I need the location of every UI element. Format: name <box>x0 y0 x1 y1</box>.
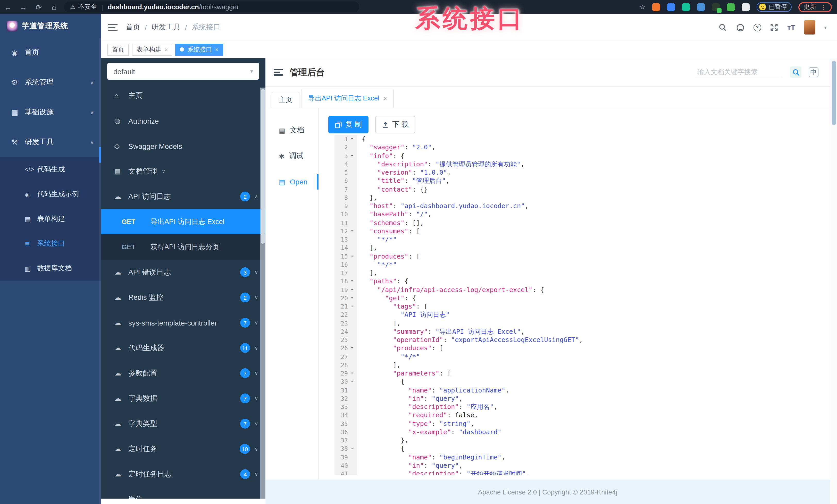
fold-icon[interactable]: ▾ <box>348 252 356 261</box>
api-operation-item[interactable]: GET导出API 访问日志 Excel <box>101 209 265 235</box>
swagger-menu-item[interactable]: ☁API 访问日志2∧ <box>101 184 265 209</box>
github-icon[interactable] <box>736 23 745 32</box>
code-line: 23 ], <box>335 319 830 328</box>
app-logo-row[interactable]: 芋道管理系统 <box>0 14 101 38</box>
paused-badge[interactable]: 已暂停 <box>756 2 791 12</box>
tag-close-icon[interactable]: × <box>215 46 218 53</box>
code-content: { <box>357 378 405 386</box>
user-avatar[interactable] <box>804 20 815 35</box>
swagger-menu-item[interactable]: ☁字典类型7∨ <box>101 411 265 436</box>
swagger-menu-item[interactable]: ☁定时任务10∨ <box>101 436 265 462</box>
swagger-scrollbar-thumb[interactable] <box>261 89 265 244</box>
address-bar[interactable]: ⚠ 不安全 | dashboard.yudao.iocoder.cn/tool/… <box>64 2 359 12</box>
tag-view[interactable]: 首页 <box>107 43 129 55</box>
swagger-menu-item[interactable]: ⌂主页 <box>101 83 265 108</box>
page-scrollbar[interactable] <box>830 58 837 504</box>
extension-icon-7[interactable] <box>742 3 750 11</box>
code-editor[interactable]: 1▾{2 "swagger": "2.0",3▾ "info": {4 "des… <box>335 135 830 475</box>
bookmark-star-icon[interactable]: ☆ <box>639 3 645 11</box>
extension-icon-3[interactable] <box>682 3 690 11</box>
fold-icon[interactable]: ▾ <box>348 227 356 236</box>
swagger-menu-item[interactable]: ☁sys-sms-template-controller7∨ <box>101 310 265 335</box>
breadcrumb-item[interactable]: 研发工具 <box>152 23 180 32</box>
doc-search-input[interactable] <box>696 66 783 78</box>
gutter: 34 <box>335 411 357 420</box>
swagger-menu-item[interactable]: ☁定时任务日志4∨ <box>101 462 265 487</box>
browser-menu-icon[interactable]: ⋮ <box>820 3 827 11</box>
swagger-menu-item[interactable]: ☁字典数据7∨ <box>101 386 265 411</box>
sidebar-subitem[interactable]: ▤表单构建 <box>0 207 101 231</box>
api-group-select[interactable]: default ▾ <box>107 63 259 80</box>
extension-icon-4[interactable] <box>697 3 705 11</box>
reload-icon[interactable]: ⟳ <box>31 3 47 11</box>
sidebar-subitem[interactable]: ▥数据库文档 <box>0 256 101 281</box>
doc-side-tab[interactable]: ▤Open <box>265 169 318 195</box>
help-icon[interactable]: ? <box>753 23 761 31</box>
extension-icon-5[interactable] <box>712 3 720 11</box>
download-button[interactable]: 下 载 <box>375 116 415 133</box>
tag-view[interactable]: 系统接口× <box>176 43 223 55</box>
doc-tab[interactable]: 主页 <box>272 92 300 108</box>
doc-tab-close-icon[interactable]: × <box>384 95 387 101</box>
tag-view[interactable]: 表单构建× <box>132 43 173 55</box>
sidebar-subitem[interactable]: </>代码生成 <box>0 157 101 182</box>
breadcrumb-item[interactable]: 系统接口 <box>192 23 220 32</box>
fold-icon[interactable]: ▾ <box>348 286 356 294</box>
sidebar-item[interactable]: ◉首页 <box>0 38 101 68</box>
fold-icon[interactable]: ▾ <box>348 277 356 286</box>
code-content: "in": "query", <box>357 462 463 470</box>
extension-icon-1[interactable] <box>652 3 660 11</box>
sidebar-scrollbar-thumb[interactable] <box>99 147 101 163</box>
sidebar-subitem[interactable]: ≣系统接口 <box>0 231 101 256</box>
search-icon[interactable] <box>718 23 727 32</box>
swagger-menu-item[interactable]: ◇Swagger Models <box>101 133 265 158</box>
doc-search-icon[interactable] <box>790 67 801 78</box>
extension-icon-6[interactable] <box>727 3 735 11</box>
api-operation-item[interactable]: GET获得API 访问日志分页 <box>101 235 265 260</box>
fold-icon[interactable]: ▾ <box>348 344 356 353</box>
swagger-menu-item[interactable]: ☁API 错误日志3∨ <box>101 260 265 285</box>
breadcrumb-item[interactable]: 首页 <box>126 23 140 32</box>
cloud-icon: ☁ <box>114 319 128 326</box>
fold-icon[interactable]: ▾ <box>348 445 356 453</box>
sidebar-item[interactable]: ▦基础设施∨ <box>0 97 101 127</box>
back-icon[interactable]: ← <box>0 3 16 11</box>
hamburger-icon[interactable] <box>108 24 118 31</box>
fold-icon[interactable]: ▾ <box>348 378 356 386</box>
extension-icon-2[interactable] <box>667 3 675 11</box>
url-host[interactable]: dashboard.yudao.iocoder.cn <box>108 3 199 11</box>
fullscreen-icon[interactable] <box>770 23 779 32</box>
api-operation-label: 导出API 访问日志 Excel <box>150 217 225 226</box>
page-scrollbar-thumb[interactable] <box>832 61 836 125</box>
fold-icon[interactable]: ▾ <box>348 369 356 378</box>
swagger-menu-item[interactable]: ☁Redis 监控2∨ <box>101 285 265 310</box>
doc-side-tab[interactable]: ▤文档 <box>265 117 318 143</box>
update-button[interactable]: 更新 ⋮ <box>798 2 832 12</box>
sidebar-subitem[interactable]: ◈代码生成示例 <box>0 182 101 207</box>
language-toggle[interactable]: 中 <box>809 67 818 77</box>
sidebar-item[interactable]: ⚒研发工具∧ <box>0 127 101 157</box>
collapse-menu-icon[interactable] <box>274 69 283 75</box>
forward-icon[interactable]: → <box>16 3 31 11</box>
fold-icon[interactable]: ▾ <box>348 152 356 160</box>
doc-tab-label: 主页 <box>279 95 292 105</box>
fold-icon[interactable]: ▾ <box>348 294 356 303</box>
swagger-menu-item[interactable]: ☁代码生成器11∨ <box>101 335 265 360</box>
doc-side-tab[interactable]: ✱调试 <box>265 143 318 169</box>
swagger-menu-item[interactable]: ▤文档管理∨ <box>101 158 265 184</box>
security-label[interactable]: 不安全 <box>78 3 97 11</box>
sidebar-item[interactable]: ⚙系统管理∨ <box>0 68 101 97</box>
swagger-menu-item[interactable]: ◍Authorize <box>101 108 265 133</box>
doc-tab[interactable]: 导出API 访问日志 Excel× <box>301 89 394 108</box>
home-icon[interactable]: ⌂ <box>47 3 62 11</box>
sidebar-scrollbar[interactable] <box>99 38 101 504</box>
font-size-icon[interactable]: тT <box>787 23 795 32</box>
fold-icon[interactable]: ▾ <box>348 302 356 311</box>
swagger-menu-item[interactable]: ☁参数配置7∨ <box>101 360 265 386</box>
url-path[interactable]: /tool/swagger <box>199 3 239 11</box>
fold-icon[interactable]: ▾ <box>348 135 356 144</box>
tag-close-icon[interactable]: × <box>164 46 168 53</box>
swagger-menu-item[interactable]: ☁岗位 <box>101 487 265 499</box>
copy-button[interactable]: 复 制 <box>328 116 369 133</box>
avatar-caret-icon[interactable]: ▾ <box>824 24 827 30</box>
